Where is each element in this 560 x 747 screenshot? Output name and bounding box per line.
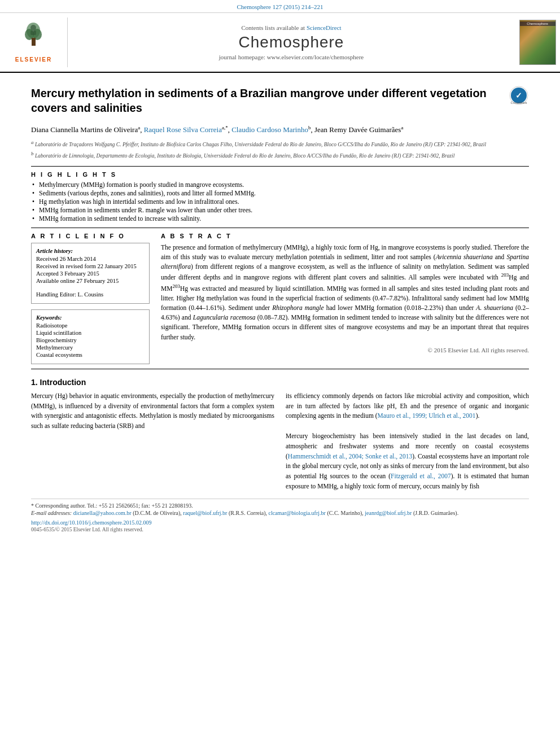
keyword-3: Biogeochemistry xyxy=(36,337,145,343)
divider-2 xyxy=(31,228,529,228)
article-info-abstract: A R T I C L E I N F O Article history: R… xyxy=(31,233,529,364)
corresponding-footnote: * Corresponding author. Tel.: +55 21 256… xyxy=(31,503,529,509)
affiliations: a Laboratório de Traçadores Wolfgang C. … xyxy=(31,139,529,160)
intro-left-text: Mercury (Hg) behavior in aquatic environ… xyxy=(31,391,274,492)
keywords-title: Keywords: xyxy=(36,314,145,321)
keywords-box: Keywords: Radioisotope Liquid scintillat… xyxy=(31,309,150,364)
crossmark-icon: ✓ CrossMark xyxy=(509,86,529,106)
crossmark-badge: ✓ CrossMark xyxy=(509,86,529,108)
footer-copyright: 0045-6535/© 2015 Elsevier Ltd. All right… xyxy=(31,527,529,532)
accepted-date: Accepted 3 February 2015 xyxy=(36,270,145,277)
page: Chemosphere 127 (2015) 214–221 ELSEVIER xyxy=(0,0,560,747)
article-info-column: A R T I C L E I N F O Article history: R… xyxy=(31,233,150,364)
footer-section: * Corresponding author. Tel.: +55 21 256… xyxy=(31,499,529,532)
email-link-2[interactable]: raquel@biof.ufrj.br xyxy=(183,510,227,516)
svg-text:✓: ✓ xyxy=(515,91,522,100)
received-revised-date: Received in revised form 22 January 2015 xyxy=(36,263,145,269)
article-title-section: Mercury methylation in sediments of a Br… xyxy=(31,86,529,119)
main-content: Mercury methylation in sediments of a Br… xyxy=(0,73,560,541)
received-date: Received 26 March 2014 xyxy=(36,256,145,262)
intro-heading: 1. Introduction xyxy=(31,378,529,387)
keyword-2: Liquid scintillation xyxy=(36,330,145,336)
journal-name: Chemosphere xyxy=(239,33,344,51)
affiliation-b: b Laboratório de Limnologia, Departament… xyxy=(31,150,529,160)
affiliation-a: a Laboratório de Traçadores Wolfgang C. … xyxy=(31,139,529,148)
journal-title-area: Contents lists available at ScienceDirec… xyxy=(68,18,515,67)
species-5: Laguncularia racemosa xyxy=(193,314,256,321)
journal-cover-image xyxy=(519,20,556,65)
handling-editor: Handling Editor: L. Cousins xyxy=(36,291,145,298)
abstract-text: The presence and formation of methylmerc… xyxy=(161,243,529,342)
elsevier-tree-icon xyxy=(18,22,49,53)
species-4: A. shaueriana xyxy=(476,304,513,311)
author-marinho[interactable]: Claudio Cardoso Marinho xyxy=(231,125,308,134)
sciencedirect-link[interactable]: ScienceDirect xyxy=(307,24,342,31)
journal-citation-bar: Chemosphere 127 (2015) 214–221 xyxy=(0,0,560,13)
journal-citation: Chemosphere 127 (2015) 214–221 xyxy=(237,3,323,10)
intro-two-col: Mercury (Hg) behavior in aquatic environ… xyxy=(31,391,529,492)
ref-hammerschmidt[interactable]: Hammerschmidt et al., 2004; Sonke et al.… xyxy=(288,453,412,460)
elsevier-logo: ELSEVIER xyxy=(15,22,52,63)
email-label: E-mail addresses: xyxy=(31,510,73,516)
author-correia[interactable]: Raquel Rose Silva Correia xyxy=(144,125,222,134)
highlight-item-3: Hg methylation was high in intertidal se… xyxy=(31,198,529,205)
svg-rect-6 xyxy=(30,30,36,35)
introduction-section: 1. Introduction Mercury (Hg) behavior in… xyxy=(31,378,529,492)
species-1: Avicennia shaueriana xyxy=(436,254,493,260)
keywords-section: Keywords: Radioisotope Liquid scintillat… xyxy=(31,309,150,364)
elsevier-text: ELSEVIER xyxy=(15,56,52,63)
journal-homepage: journal homepage: www.elsevier.com/locat… xyxy=(219,54,364,60)
highlight-item-4: MMHg formation in sediments under R. man… xyxy=(31,207,529,213)
available-date: Available online 27 February 2015 xyxy=(36,278,145,284)
svg-rect-4 xyxy=(32,38,36,46)
article-title: Mercury methylation in sediments of a Br… xyxy=(31,86,509,115)
article-info-box: Article history: Received 26 March 2014 … xyxy=(31,243,150,304)
divider-3 xyxy=(31,369,529,369)
history-title: Article history: xyxy=(36,248,145,254)
publisher-logo-area: ELSEVIER xyxy=(0,18,68,67)
doi-line: http://dx.doi.org/10.1016/j.chemosphere.… xyxy=(31,519,529,526)
doi-link[interactable]: http://dx.doi.org/10.1016/j.chemosphere.… xyxy=(31,519,151,526)
highlight-item-1: Methylmercury (MMHg) formation is poorly… xyxy=(31,181,529,188)
abstract-title: A B S T R A C T xyxy=(161,233,529,239)
ref-mauro[interactable]: Mauro et al., 1999; Ulrich et al., 2001 xyxy=(378,412,476,419)
authors-line: Diana Ciannella Martins de Oliveiraa, Ra… xyxy=(31,124,529,136)
article-info-title: A R T I C L E I N F O xyxy=(31,233,150,239)
journal-header: ELSEVIER Contents lists available at Sci… xyxy=(0,13,560,73)
email-footnote: E-mail addresses: dicianella@yahoo.com.b… xyxy=(31,510,529,516)
keyword-5: Coastal ecosystems xyxy=(36,352,145,358)
divider-1 xyxy=(31,166,529,167)
intro-right-text: its efficiency commonly depends on facto… xyxy=(286,391,529,492)
svg-point-5 xyxy=(30,25,36,30)
ref-fitzgerald[interactable]: Fitzgerald et al., 2007 xyxy=(391,473,451,479)
abstract-column: A B S T R A C T The presence and formati… xyxy=(161,233,529,364)
svg-text:CrossMark: CrossMark xyxy=(510,101,527,104)
species-3: Rhizophora mangle xyxy=(272,304,324,311)
journal-cover-area xyxy=(515,18,560,67)
abstract-copyright: © 2015 Elsevier Ltd. All rights reserved… xyxy=(161,347,529,353)
highlights-title: H I G H L I G H T S xyxy=(31,171,529,178)
homepage-url: www.elsevier.com/locate/chemosphere xyxy=(267,54,364,60)
sciencedirect-line: Contents lists available at ScienceDirec… xyxy=(241,24,341,31)
email-link-3[interactable]: clcamar@biologia.ufrj.br xyxy=(268,510,325,516)
email-link-4[interactable]: jeanrdg@biof.ufrj.br xyxy=(365,510,412,516)
keyword-1: Radioisotope xyxy=(36,322,145,329)
keyword-4: Methylmercury xyxy=(36,344,145,351)
email-link-1[interactable]: dicianella@yahoo.com.br xyxy=(73,510,132,516)
highlight-item-5: MMHg formation in sediment tended to inc… xyxy=(31,215,529,222)
highlights-section: H I G H L I G H T S Methylmercury (MMHg)… xyxy=(31,171,529,222)
highlight-item-2: Sediments (various depths, zones and sal… xyxy=(31,190,529,196)
